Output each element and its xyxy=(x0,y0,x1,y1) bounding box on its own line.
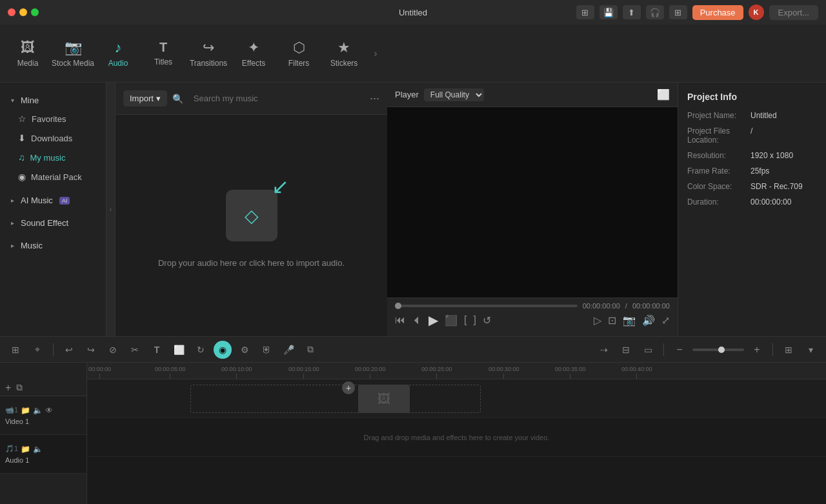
player-expand-icon[interactable]: ⬜ xyxy=(657,88,670,101)
save-icon[interactable]: 💾 xyxy=(599,5,618,19)
video-drop-zone[interactable] xyxy=(190,385,481,413)
project-name-label: Project Name: xyxy=(687,111,745,120)
zoom-slider[interactable] xyxy=(692,348,744,351)
grid-view-icon[interactable]: ⊞ xyxy=(669,5,687,19)
toolbar-item-stickers[interactable]: ★ Stickers xyxy=(321,31,367,76)
toolbar-item-media[interactable]: 🖼 Media xyxy=(5,31,50,76)
tl-settings-button[interactable]: ⚙ xyxy=(236,341,254,359)
tl-grid-button[interactable]: ⊞ xyxy=(6,341,25,359)
sidebar-mine-header[interactable]: ▾ Mine xyxy=(0,92,106,109)
skip-back-icon[interactable]: ⏮ xyxy=(395,314,405,326)
tl-redo-button[interactable]: ↪ xyxy=(82,341,100,359)
progress-bar[interactable] xyxy=(395,305,578,307)
track-headers: + ⧉ 📹1 📁 🔈 👁 Video 1 xyxy=(0,363,87,504)
tl-rotate-button[interactable]: ↻ xyxy=(192,341,210,359)
tl-layout-button[interactable]: ⊞ xyxy=(780,341,798,359)
ruler-mark-5: 00:00:25:00 xyxy=(421,366,452,379)
tl-mic-button[interactable]: 🎤 xyxy=(279,341,297,359)
tl-cut-button[interactable]: ✂ xyxy=(126,341,144,359)
export-button[interactable]: Export... xyxy=(769,5,818,20)
tl-sep-1 xyxy=(53,343,54,356)
user-avatar[interactable]: K xyxy=(749,5,764,20)
fullscreen-icon[interactable]: ⤢ xyxy=(661,314,670,327)
maximize-button[interactable] xyxy=(31,8,39,16)
video-folder-icon[interactable]: 📁 xyxy=(21,406,30,415)
tl-link-button[interactable]: ⧉ xyxy=(301,341,319,359)
bracket-left-icon[interactable]: [ xyxy=(464,314,467,326)
sidebar-item-favorites[interactable]: ☆ Favorites xyxy=(0,109,106,128)
toolbar-item-filters[interactable]: ⬡ Filters xyxy=(276,31,321,76)
tl-active-button[interactable]: ◉ xyxy=(214,341,232,359)
bracket-right-icon[interactable]: ] xyxy=(473,314,476,326)
tl-monitor-button[interactable]: ▭ xyxy=(639,341,657,359)
ruler-label-4: 00:00:20:00 xyxy=(355,366,386,372)
play-button[interactable]: ▶ xyxy=(428,312,438,328)
speed-icon[interactable]: ▷ xyxy=(594,314,601,327)
ruler-mark-0: 00:00:00 xyxy=(88,366,111,379)
sidebar-item-my-music[interactable]: ♫ My music xyxy=(0,148,106,167)
project-name-value: Untitled xyxy=(750,111,777,120)
quality-select[interactable]: Full Quality1/2 Quality1/4 Quality xyxy=(424,88,484,101)
info-row-color-space: Color Space: SDR - Rec.709 xyxy=(687,182,817,191)
sidebar-music-header[interactable]: ▸ Music xyxy=(0,237,106,254)
tl-select-button[interactable]: ⌖ xyxy=(28,341,46,359)
loop-icon[interactable]: ↺ xyxy=(483,314,491,327)
tl-text-button[interactable]: T xyxy=(148,341,166,359)
audio-track-label: Audio 1 xyxy=(5,456,43,464)
audio-mute-icon[interactable]: 🔈 xyxy=(33,445,43,454)
sidebar-collapse-handle[interactable]: ‹ xyxy=(106,83,116,336)
tl-more-button[interactable]: ▾ xyxy=(801,341,820,359)
toolbar-item-audio[interactable]: ♪ Audio xyxy=(96,31,141,76)
drop-icon-inner: ◇ xyxy=(226,190,277,241)
video-eye-icon[interactable]: 👁 xyxy=(45,406,53,415)
ruler-label-3: 00:00:15:00 xyxy=(288,366,319,372)
time-separator: / xyxy=(625,302,627,310)
purchase-button[interactable]: Purchase xyxy=(692,5,743,20)
sidebar-item-material-pack[interactable]: ◉ Material Pack xyxy=(0,167,106,186)
minimize-button[interactable] xyxy=(19,8,27,16)
toolbar-item-transitions[interactable]: ↪ Transitions xyxy=(186,31,231,76)
audio-folder-icon[interactable]: 📁 xyxy=(21,445,30,454)
sidebar-item-downloads[interactable]: ⬇ Downloads xyxy=(0,128,106,148)
toolbar-item-titles[interactable]: T Titles xyxy=(141,31,186,76)
tl-merge-button[interactable]: ⇢ xyxy=(595,341,613,359)
import-button[interactable]: Import ▾ xyxy=(123,90,167,106)
tl-zoom-in-button[interactable]: + xyxy=(748,341,766,359)
tl-shield-button[interactable]: ⛨ xyxy=(257,341,276,359)
player-toolbar: Player Full Quality1/2 Quality1/4 Qualit… xyxy=(387,83,678,107)
stop-icon[interactable]: ⬛ xyxy=(445,314,458,327)
tl-crop-button[interactable]: ⬜ xyxy=(170,341,188,359)
drop-zone[interactable]: ◇ ↙ Drop your audio here or click here t… xyxy=(116,115,387,336)
toolbar-item-stock-media[interactable]: 📷 Stock Media xyxy=(50,31,96,76)
sidebar-sound-effect-header[interactable]: ▸ Sound Effect xyxy=(0,214,106,232)
tl-undo-button[interactable]: ↩ xyxy=(60,341,78,359)
video-mute-icon[interactable]: 🔈 xyxy=(33,406,43,415)
more-options-icon[interactable]: ··· xyxy=(370,92,379,105)
tl-zoom-out-button[interactable]: − xyxy=(670,341,689,359)
close-button[interactable] xyxy=(8,8,15,16)
frame-rate-label: Frame Rate: xyxy=(687,166,745,176)
total-time: 00:00:00:00 xyxy=(632,302,670,310)
sidebar-ai-music-header[interactable]: ▸ AI Music AI xyxy=(0,192,106,209)
ai-badge: AI xyxy=(59,197,70,205)
audio-track-num: 🎵1 xyxy=(5,445,18,453)
search-input[interactable] xyxy=(194,94,359,103)
link-tracks-icon[interactable]: ⧉ xyxy=(16,382,23,393)
tl-sep-3 xyxy=(772,343,773,356)
stock-media-icon: 📷 xyxy=(65,39,82,56)
add-track-icon[interactable]: + xyxy=(5,382,11,394)
crop-player-icon[interactable]: ⊡ xyxy=(608,314,616,327)
upload-icon[interactable]: ⬆ xyxy=(623,5,641,19)
headphones-icon[interactable]: 🎧 xyxy=(646,5,664,19)
volume-icon[interactable]: 🔊 xyxy=(642,314,655,327)
progress-dot xyxy=(395,303,401,309)
frame-back-icon[interactable]: ⏴ xyxy=(412,314,422,326)
music-collapse-icon: ▸ xyxy=(8,241,17,250)
ruler-mark-8: 00:00:40:00 xyxy=(621,366,652,379)
tl-caption-button[interactable]: ⊟ xyxy=(617,341,635,359)
tl-delete-button[interactable]: ⊘ xyxy=(104,341,122,359)
toolbar-more-chevron[interactable]: › xyxy=(369,47,382,60)
layout-icon[interactable]: ⊞ xyxy=(576,5,594,19)
snapshot-icon[interactable]: 📷 xyxy=(623,314,636,327)
toolbar-item-effects[interactable]: ✦ Effects xyxy=(231,31,276,76)
